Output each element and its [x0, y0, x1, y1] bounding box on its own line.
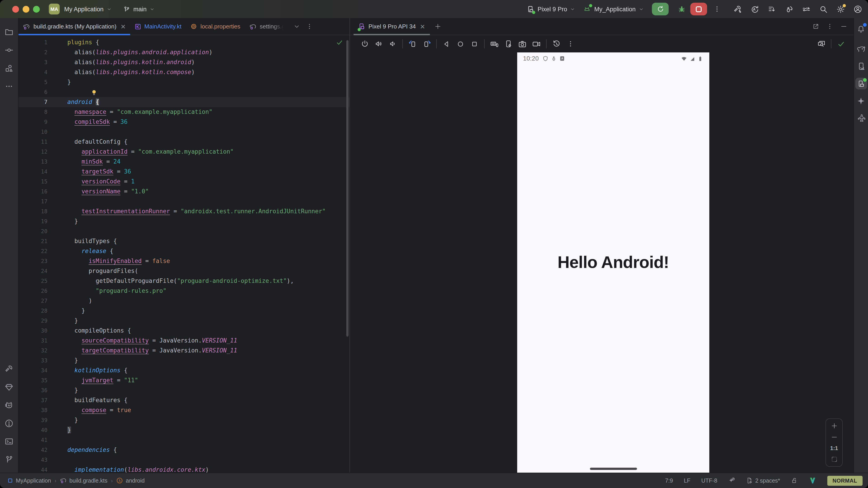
debug-button[interactable]	[673, 2, 690, 16]
volume-up-button[interactable]	[372, 37, 385, 50]
stop-button[interactable]	[690, 3, 707, 15]
airplane-tool-button[interactable]	[854, 109, 868, 127]
ideavim-widget[interactable]	[809, 477, 816, 484]
window-zoom-button[interactable]	[814, 37, 828, 50]
code-line-19[interactable]: 19 }	[19, 217, 349, 226]
code-line-26[interactable]: 26 "proguard-rules.pro"	[19, 286, 349, 296]
device-settings-button[interactable]	[501, 37, 515, 50]
code-line-13[interactable]: 13 minSdk = 24	[19, 157, 349, 167]
resource-manager-tool-button[interactable]	[0, 59, 18, 77]
indent-widget[interactable]: 2 spaces*	[746, 477, 780, 484]
open-in-new-window-icon[interactable]	[812, 23, 819, 30]
code-line-42[interactable]: 42dependencies {	[19, 445, 349, 455]
code-line-6[interactable]: 6	[19, 87, 349, 97]
android-overview-button[interactable]	[467, 37, 482, 50]
new-device-tab-button[interactable]	[430, 18, 445, 35]
zoom-out-button[interactable]	[831, 434, 837, 441]
close-tab-icon[interactable]: ✕	[121, 23, 126, 30]
running-devices-tool-button-active[interactable]	[854, 75, 868, 92]
apply-changes-restart-button[interactable]: A	[746, 2, 763, 16]
code-line-4[interactable]: 4 alias(libs.plugins.kotlin.compose)	[19, 67, 349, 77]
code-line-16[interactable]: 16 versionName = "1.0"	[19, 187, 349, 197]
screenshot-button[interactable]	[515, 37, 529, 50]
tabs-more-vertical-icon[interactable]	[306, 23, 313, 30]
code-line-1[interactable]: 1plugins {	[19, 37, 349, 47]
code-line-3[interactable]: 3 alias(libs.plugins.kotlin.android)	[19, 57, 349, 67]
project-selector[interactable]: My Application	[64, 6, 112, 12]
intention-lightbulb-icon[interactable]	[91, 89, 97, 96]
code-line-38[interactable]: 38 compose = true	[19, 405, 349, 415]
tab-pixel-9-pro-api-34[interactable]: Pixel 9 Pro API 34 ✕	[353, 18, 430, 35]
code-line-40[interactable]: 40}	[19, 425, 349, 435]
hide-pane-icon[interactable]	[840, 23, 847, 30]
device-more-button[interactable]	[563, 37, 577, 50]
code-line-43[interactable]: 43	[19, 455, 349, 465]
code-line-9[interactable]: 9 compileSdk = 36	[19, 117, 349, 127]
build-button[interactable]	[729, 2, 746, 16]
code-line-11[interactable]: 11 defaultConfig {	[19, 137, 349, 147]
code-line-32[interactable]: 32 targetCompatibility = JavaVersion.VER…	[19, 346, 349, 356]
device-manager-tool-button[interactable]	[854, 58, 868, 75]
zoom-ratio-button[interactable]: 1:1	[830, 445, 838, 451]
gradle-tool-button[interactable]	[854, 41, 868, 58]
app-quality-insights-tool-button[interactable]	[0, 378, 18, 396]
code-line-28[interactable]: 28 }	[19, 306, 349, 316]
code-line-10[interactable]: 10	[19, 127, 349, 137]
code-area[interactable]: 1plugins {2 alias(libs.plugins.android.a…	[19, 35, 349, 473]
tab-mainactivity-kt[interactable]: MainActivity.kt	[130, 18, 186, 35]
code-line-25[interactable]: 25 getDefaultProguardFile("proguard-andr…	[19, 276, 349, 286]
code-line-33[interactable]: 33 }	[19, 356, 349, 365]
code-line-35[interactable]: 35 jvmTarget = "11"	[19, 376, 349, 385]
pane-more-vertical-icon[interactable]	[827, 23, 833, 30]
line-separator-widget[interactable]: LF	[684, 477, 690, 484]
breadcrumb-module[interactable]: MyApplication	[7, 477, 51, 484]
code-line-39[interactable]: 39 }	[19, 415, 349, 425]
version-control-tool-button[interactable]	[0, 451, 18, 468]
apply-code-changes-button[interactable]	[763, 2, 780, 16]
code-line-44[interactable]: 44 implementation(libs.androidx.core.ktx…	[19, 465, 349, 473]
vim-mode-badge[interactable]: NORMAL	[827, 476, 863, 486]
code-line-15[interactable]: 15 versionCode = 1	[19, 177, 349, 187]
tab-local-properties[interactable]: local.properties	[186, 18, 245, 35]
code-line-2[interactable]: 2 alias(libs.plugins.android.application…	[19, 47, 349, 57]
more-run-options-button[interactable]	[712, 2, 722, 16]
terminal-tool-button[interactable]	[0, 432, 18, 451]
zoom-in-button[interactable]	[831, 422, 837, 429]
code-line-29[interactable]: 29 }	[19, 316, 349, 326]
code-line-12[interactable]: 12 applicationId = "com.example.myapplic…	[19, 147, 349, 157]
commit-tool-button[interactable]	[0, 41, 18, 59]
build-tool-button[interactable]	[0, 360, 18, 378]
android-back-button[interactable]	[439, 37, 454, 50]
caret-position-widget[interactable]: 7:9	[665, 477, 673, 484]
volume-down-button[interactable]	[385, 37, 400, 50]
logcat-tool-button[interactable]	[0, 396, 18, 414]
tab-settings-gradle[interactable]: settings.g	[245, 18, 289, 35]
sync-button[interactable]	[798, 2, 815, 16]
breadcrumb-element[interactable]: λ android	[116, 477, 145, 484]
code-line-27[interactable]: 27 )	[19, 296, 349, 306]
android-home-button[interactable]	[454, 37, 467, 50]
notifications-button[interactable]	[854, 20, 868, 37]
run-configuration-selector[interactable]: My_Application	[583, 5, 644, 13]
maximize-window-button[interactable]	[33, 6, 40, 12]
search-everywhere-button[interactable]	[815, 2, 832, 16]
code-line-30[interactable]: 30 compileOptions {	[19, 326, 349, 336]
hardware-input-button[interactable]	[487, 37, 501, 50]
tabs-chevron-down-icon[interactable]	[294, 24, 300, 29]
code-line-31[interactable]: 31 sourceCompatibility = JavaVersion.VER…	[19, 336, 349, 346]
code-line-20[interactable]: 20	[19, 226, 349, 236]
rerun-button[interactable]	[652, 3, 669, 15]
code-line-34[interactable]: 34 kotlinOptions {	[19, 365, 349, 376]
editor-scrollbar[interactable]	[346, 40, 348, 337]
gemini-tool-button[interactable]	[854, 92, 868, 109]
reset-view-button[interactable]	[549, 37, 563, 50]
screen-record-button[interactable]	[529, 37, 544, 50]
code-line-17[interactable]: 17	[19, 197, 349, 206]
rotate-left-button[interactable]	[405, 37, 420, 50]
close-window-button[interactable]	[12, 6, 19, 12]
power-button[interactable]	[358, 37, 372, 50]
settings-button[interactable]	[832, 2, 849, 16]
gesture-navigation-pill[interactable]	[590, 468, 637, 470]
account-button[interactable]	[849, 2, 866, 16]
code-line-14[interactable]: 14 targetSdk = 36	[19, 167, 349, 177]
